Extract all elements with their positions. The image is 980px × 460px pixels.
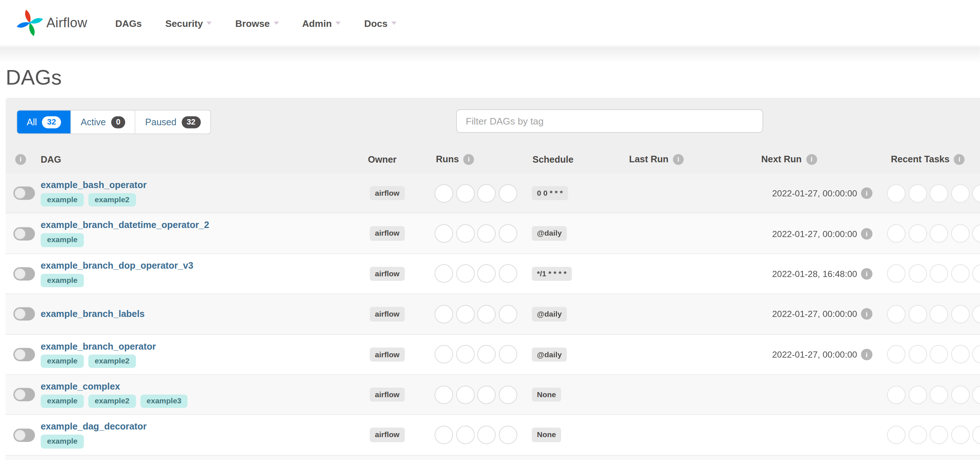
run-status-circle[interactable] xyxy=(434,305,453,323)
recent-task-circle[interactable] xyxy=(929,305,948,323)
tab-active[interactable]: Active 0 xyxy=(70,111,135,134)
recent-task-circle[interactable] xyxy=(972,385,980,404)
recent-task-circle[interactable] xyxy=(929,345,948,364)
run-status-circle[interactable] xyxy=(434,345,453,364)
recent-task-circle[interactable] xyxy=(887,184,905,202)
recent-task-circle[interactable] xyxy=(951,345,969,364)
pause-toggle[interactable] xyxy=(13,186,35,200)
dag-link[interactable]: example_branch_operator xyxy=(41,341,156,351)
recent-task-circle[interactable] xyxy=(972,184,980,202)
run-status-circle[interactable] xyxy=(477,385,496,404)
run-status-circle[interactable] xyxy=(456,184,474,202)
run-status-circle[interactable] xyxy=(456,305,474,323)
run-status-circle[interactable] xyxy=(456,385,474,404)
nav-item-browse[interactable]: Browse xyxy=(235,18,278,28)
run-status-circle[interactable] xyxy=(456,345,474,364)
recent-task-circle[interactable] xyxy=(951,265,969,283)
dag-link[interactable]: example_branch_datetime_operator_2 xyxy=(41,220,209,230)
dag-tag[interactable]: example2 xyxy=(88,354,136,368)
owner-badge[interactable]: airflow xyxy=(370,347,405,361)
recent-task-circle[interactable] xyxy=(951,184,969,202)
dag-link[interactable]: example_dag_decorator xyxy=(41,422,147,432)
recent-task-circle[interactable] xyxy=(908,184,927,202)
recent-task-circle[interactable] xyxy=(929,224,948,243)
run-status-circle[interactable] xyxy=(498,385,517,404)
recent-task-circle[interactable] xyxy=(908,265,927,283)
dag-tag[interactable]: example2 xyxy=(88,395,136,408)
dag-tag[interactable]: example2 xyxy=(88,193,136,207)
dag-tag[interactable]: example xyxy=(41,395,84,408)
nav-item-admin[interactable]: Admin xyxy=(302,18,340,28)
recent-task-circle[interactable] xyxy=(972,305,980,323)
column-header-dag[interactable]: DAG xyxy=(41,154,61,164)
owner-badge[interactable]: airflow xyxy=(370,428,405,442)
recent-task-circle[interactable] xyxy=(908,385,927,404)
owner-badge[interactable]: airflow xyxy=(370,307,405,321)
run-status-circle[interactable] xyxy=(456,265,474,283)
dag-tag[interactable]: example xyxy=(41,274,84,287)
owner-badge[interactable]: airflow xyxy=(370,226,405,241)
pause-toggle[interactable] xyxy=(13,428,35,442)
dag-link[interactable]: example_branch_dop_operator_v3 xyxy=(41,260,193,271)
brand-link[interactable]: Airflow xyxy=(15,8,87,38)
tab-all[interactable]: All 32 xyxy=(17,111,70,134)
run-status-circle[interactable] xyxy=(477,265,496,283)
recent-task-circle[interactable] xyxy=(887,224,905,243)
pause-toggle[interactable] xyxy=(13,348,35,361)
recent-task-circle[interactable] xyxy=(887,345,905,364)
nav-item-dags[interactable]: DAGs xyxy=(115,18,142,28)
run-status-circle[interactable] xyxy=(434,426,453,444)
recent-task-circle[interactable] xyxy=(951,224,969,243)
owner-badge[interactable]: airflow xyxy=(370,186,405,201)
run-status-circle[interactable] xyxy=(434,224,453,243)
recent-task-circle[interactable] xyxy=(887,305,905,323)
recent-task-circle[interactable] xyxy=(929,184,948,202)
column-header-next-run[interactable]: Next Run i xyxy=(761,154,817,165)
pause-toggle[interactable] xyxy=(13,267,35,281)
nav-item-security[interactable]: Security xyxy=(165,18,212,28)
run-status-circle[interactable] xyxy=(434,184,453,202)
dag-link[interactable]: example_bash_operator xyxy=(41,180,147,190)
recent-task-circle[interactable] xyxy=(908,305,927,323)
recent-task-circle[interactable] xyxy=(972,265,980,283)
pause-toggle[interactable] xyxy=(13,227,35,240)
dag-tag[interactable]: example xyxy=(41,193,84,207)
run-status-circle[interactable] xyxy=(477,426,496,444)
recent-task-circle[interactable] xyxy=(929,265,948,283)
run-status-circle[interactable] xyxy=(477,224,496,243)
run-status-circle[interactable] xyxy=(456,426,474,444)
dag-tag[interactable]: example xyxy=(41,435,84,448)
run-status-circle[interactable] xyxy=(498,184,517,202)
run-status-circle[interactable] xyxy=(477,345,496,364)
recent-task-circle[interactable] xyxy=(972,345,980,364)
recent-task-circle[interactable] xyxy=(972,426,980,444)
nav-item-docs[interactable]: Docs xyxy=(364,18,396,28)
recent-task-circle[interactable] xyxy=(908,426,927,444)
run-status-circle[interactable] xyxy=(477,305,496,323)
recent-task-circle[interactable] xyxy=(951,385,969,404)
pause-toggle[interactable] xyxy=(13,388,35,401)
tab-paused[interactable]: Paused 32 xyxy=(135,111,210,134)
run-status-circle[interactable] xyxy=(498,265,517,283)
recent-task-circle[interactable] xyxy=(887,385,905,404)
run-status-circle[interactable] xyxy=(434,385,453,404)
recent-task-circle[interactable] xyxy=(972,224,980,243)
dag-link[interactable]: example_branch_labels xyxy=(41,309,145,319)
dag-tag[interactable]: example xyxy=(41,354,84,368)
recent-task-circle[interactable] xyxy=(908,345,927,364)
run-status-circle[interactable] xyxy=(498,426,517,444)
dag-link[interactable]: example_complex xyxy=(41,381,120,392)
owner-badge[interactable]: airflow xyxy=(370,387,405,401)
run-status-circle[interactable] xyxy=(477,184,496,202)
filter-dags-by-tag-input[interactable] xyxy=(457,109,763,133)
dag-tag[interactable]: example3 xyxy=(140,395,188,408)
run-status-circle[interactable] xyxy=(498,224,517,243)
recent-task-circle[interactable] xyxy=(951,426,969,444)
pause-toggle[interactable] xyxy=(13,307,35,321)
run-status-circle[interactable] xyxy=(498,345,517,364)
owner-badge[interactable]: airflow xyxy=(370,267,405,281)
column-header-owner[interactable]: Owner xyxy=(368,154,396,164)
dag-tag[interactable]: example xyxy=(41,234,84,247)
run-status-circle[interactable] xyxy=(434,265,453,283)
recent-task-circle[interactable] xyxy=(887,265,905,283)
